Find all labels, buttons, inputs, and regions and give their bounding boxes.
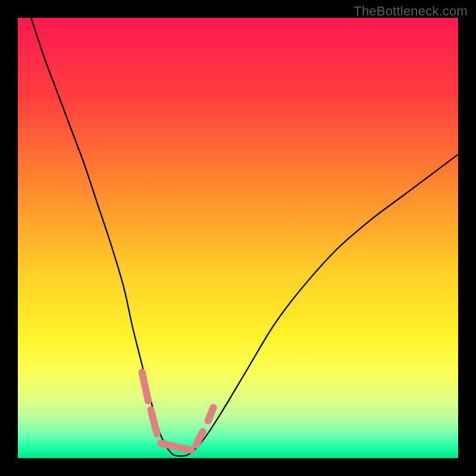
marker-segment xyxy=(142,372,148,401)
watermark-text: TheBottleneck.com xyxy=(353,4,468,19)
marker-overlay-group xyxy=(142,372,214,450)
marker-segment xyxy=(151,410,156,434)
marker-segment xyxy=(208,408,214,421)
chart-frame: TheBottleneck.com xyxy=(0,0,476,476)
plot-area xyxy=(18,18,458,458)
marker-segment xyxy=(196,432,203,445)
marker-segment xyxy=(161,443,192,450)
bottleneck-curve-path xyxy=(31,18,458,456)
curve-layer xyxy=(18,18,458,458)
